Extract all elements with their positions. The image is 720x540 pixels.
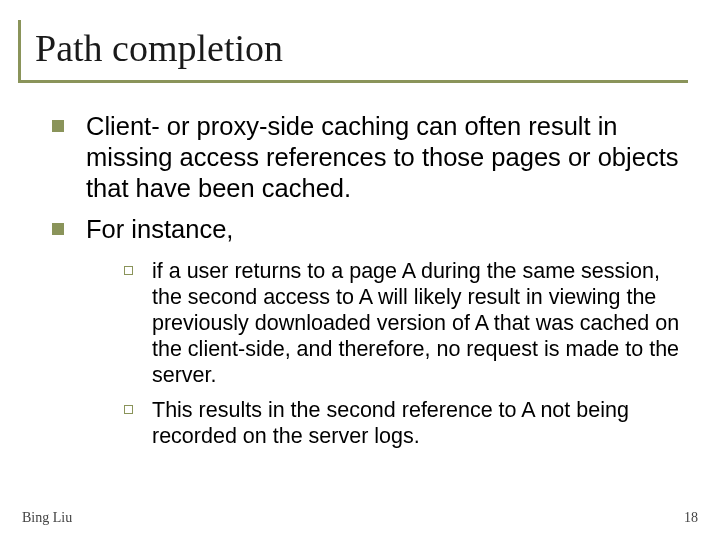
slide-title: Path completion	[18, 20, 688, 83]
footer-page-number: 18	[684, 510, 698, 526]
hollow-square-bullet-icon	[124, 266, 133, 275]
bullet-list: Client- or proxy-side caching can often …	[52, 111, 680, 450]
list-item: For instance, if a user returns to a pag…	[52, 214, 680, 450]
list-item: This results in the second reference to …	[124, 398, 680, 450]
square-bullet-icon	[52, 223, 64, 235]
sub-bullet-list: if a user returns to a page A during the…	[124, 259, 680, 450]
sub-bullet-text: This results in the second reference to …	[152, 398, 629, 448]
list-item: if a user returns to a page A during the…	[124, 259, 680, 388]
list-item: Client- or proxy-side caching can often …	[52, 111, 680, 204]
bullet-text: Client- or proxy-side caching can often …	[86, 112, 678, 202]
sub-bullet-text: if a user returns to a page A during the…	[152, 259, 679, 386]
hollow-square-bullet-icon	[124, 405, 133, 414]
bullet-text: For instance,	[86, 215, 233, 243]
square-bullet-icon	[52, 120, 64, 132]
footer-author: Bing Liu	[22, 510, 72, 526]
slide: Path completion Client- or proxy-side ca…	[0, 0, 720, 540]
